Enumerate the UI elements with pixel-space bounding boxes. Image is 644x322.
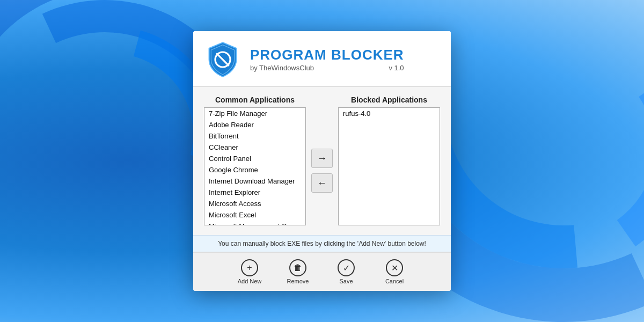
remove-button-label: Remove [287, 278, 309, 284]
info-bar: You can manually block EXE files by clic… [193, 235, 451, 252]
info-text: You can manually block EXE files by clic… [218, 240, 426, 247]
blocked-apps-label: Blocked Applications [338, 96, 440, 104]
arrow-column: → ← [306, 96, 338, 230]
lists-row: Common Applications 7-Zip File ManagerAd… [204, 96, 440, 230]
common-apps-label: Common Applications [204, 96, 306, 104]
app-title: PROGRAM BLOCKER [250, 47, 404, 63]
list-item[interactable]: Google Chrome [204, 164, 305, 175]
app-content: Common Applications 7-Zip File ManagerAd… [193, 87, 451, 252]
cancel-button-icon: ✕ [386, 259, 403, 276]
add-new-button[interactable]: +Add New [233, 259, 266, 284]
list-item[interactable]: Microsoft Excel [204, 209, 305, 221]
save-button-icon: ✓ [338, 259, 355, 276]
header-text: PROGRAM BLOCKER by TheWindowsClub v 1.0 [250, 47, 404, 72]
move-right-button[interactable]: → [311, 149, 333, 168]
cancel-button[interactable]: ✕Cancel [378, 259, 411, 284]
right-arrow-icon: → [317, 153, 327, 164]
blocked-apps-list[interactable]: rufus-4.0 [338, 107, 440, 225]
list-item[interactable]: 7-Zip File Manager [204, 108, 305, 119]
left-arrow-icon: ← [317, 178, 327, 189]
remove-button-icon: 🗑 [289, 259, 306, 276]
list-item[interactable]: rufus-4.0 [339, 108, 440, 119]
cancel-button-label: Cancel [385, 278, 404, 284]
common-apps-list[interactable]: 7-Zip File ManagerAdobe ReaderBitTorrent… [204, 107, 306, 225]
list-item[interactable]: Adobe Reader [204, 119, 305, 130]
header-subtitle: by TheWindowsClub v 1.0 [250, 64, 404, 72]
blocked-applications-section: Blocked Applications rufus-4.0 [338, 96, 440, 225]
app-footer: +Add New🗑Remove✓Save✕Cancel [193, 252, 451, 291]
list-item[interactable]: Microsoft Management Co... [204, 221, 305, 225]
common-applications-section: Common Applications 7-Zip File ManagerAd… [204, 96, 306, 225]
app-window: PROGRAM BLOCKER by TheWindowsClub v 1.0 … [193, 31, 451, 291]
app-logo [204, 41, 241, 78]
app-subtitle: by TheWindowsClub [250, 64, 314, 72]
move-left-button[interactable]: ← [311, 173, 333, 193]
app-header: PROGRAM BLOCKER by TheWindowsClub v 1.0 [193, 31, 451, 87]
list-item[interactable]: Microsoft Access [204, 198, 305, 209]
list-item[interactable]: Control Panel [204, 153, 305, 164]
list-item[interactable]: Internet Explorer [204, 187, 305, 198]
list-item[interactable]: CCleaner [204, 142, 305, 153]
add-new-button-label: Add New [238, 278, 262, 284]
remove-button[interactable]: 🗑Remove [282, 259, 314, 284]
save-button[interactable]: ✓Save [330, 259, 362, 284]
list-item[interactable]: Internet Download Manager [204, 175, 305, 187]
save-button-label: Save [339, 278, 353, 284]
list-item[interactable]: BitTorrent [204, 130, 305, 142]
app-version: v 1.0 [389, 64, 404, 72]
add-new-button-icon: + [241, 259, 258, 276]
